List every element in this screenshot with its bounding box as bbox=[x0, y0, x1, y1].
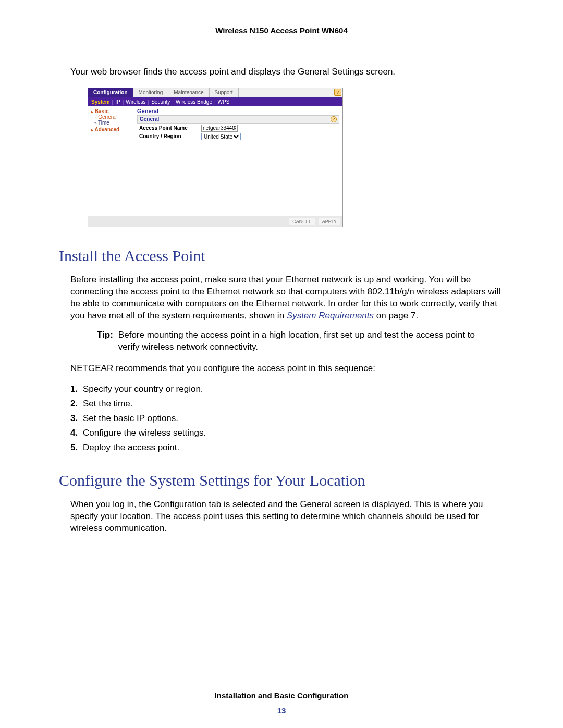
list-item: Configure the wireless settings. bbox=[70, 426, 504, 440]
install-steps: Specify your country or region. Set the … bbox=[70, 382, 504, 455]
sub-tabs: System| IP| Wireless| Security| Wireless… bbox=[88, 97, 342, 106]
tip-block: Tip: Before mounting the access point in… bbox=[97, 329, 488, 353]
country-label: Country / Region bbox=[137, 133, 199, 139]
help-icon[interactable]: ? bbox=[334, 89, 341, 96]
section-header: General ? bbox=[137, 115, 339, 124]
screenshot-footer: CANCEL APPLY bbox=[88, 216, 342, 227]
heading-install: Install the Access Point bbox=[59, 247, 504, 265]
configure-para: When you log in, the Configuration tab i… bbox=[70, 499, 504, 535]
ap-name-label: Access Point Name bbox=[137, 125, 199, 131]
list-item: Set the time. bbox=[70, 397, 504, 411]
top-tabs: Configuration Monitoring Maintenance Sup… bbox=[88, 88, 342, 97]
tip-label: Tip: bbox=[97, 329, 113, 353]
tab-support[interactable]: Support bbox=[210, 88, 239, 97]
sidebar-item-time[interactable]: » Time bbox=[94, 120, 132, 126]
document-header: Wireless N150 Access Point WN604 bbox=[59, 26, 504, 35]
apply-button[interactable]: APPLY bbox=[319, 218, 340, 225]
tab-monitoring[interactable]: Monitoring bbox=[133, 88, 169, 97]
section-header-label: General bbox=[140, 116, 159, 122]
subtab-system[interactable]: System bbox=[91, 99, 110, 105]
question-icon[interactable]: ? bbox=[331, 116, 337, 122]
router-ui-screenshot: Configuration Monitoring Maintenance Sup… bbox=[88, 88, 343, 227]
tab-configuration[interactable]: Configuration bbox=[88, 88, 133, 97]
list-item: Specify your country or region. bbox=[70, 382, 504, 397]
subtab-ip[interactable]: IP bbox=[115, 99, 120, 105]
system-requirements-link[interactable]: System Requirements bbox=[287, 311, 374, 320]
tab-maintenance[interactable]: Maintenance bbox=[168, 88, 209, 97]
footer-title: Installation and Basic Configuration bbox=[0, 691, 563, 700]
cancel-button[interactable]: CANCEL bbox=[289, 218, 315, 225]
list-item: Deploy the access point. bbox=[70, 440, 504, 455]
country-select[interactable]: United States bbox=[201, 133, 241, 140]
screenshot-sidebar: ▸ Basic » General » Time ▸ Advanced bbox=[88, 106, 134, 216]
tip-text: Before mounting the access point in a hi… bbox=[118, 329, 488, 353]
install-para1: Before installing the access point, make… bbox=[70, 274, 504, 322]
screenshot-body: ▸ Basic » General » Time ▸ Advanced Gene… bbox=[88, 106, 342, 216]
heading-configure: Configure the System Settings for Your L… bbox=[59, 472, 504, 489]
footer-page: 13 bbox=[0, 706, 563, 715]
sidebar-item-advanced[interactable]: ▸ Advanced bbox=[91, 127, 132, 132]
install-para2: NETGEAR recommends that you configure th… bbox=[70, 363, 504, 375]
list-item: Set the basic IP options. bbox=[70, 411, 504, 426]
main-title: General bbox=[137, 108, 339, 114]
subtab-wireless-bridge[interactable]: Wireless Bridge bbox=[176, 99, 212, 105]
intro-paragraph: Your web browser finds the access point … bbox=[70, 66, 504, 78]
subtab-wps[interactable]: WPS bbox=[218, 99, 230, 105]
screenshot-main: General General ? Access Point Name Coun… bbox=[134, 106, 342, 216]
subtab-wireless[interactable]: Wireless bbox=[126, 99, 145, 105]
subtab-security[interactable]: Security bbox=[151, 99, 170, 105]
document-page: Wireless N150 Access Point WN604 Your we… bbox=[0, 0, 563, 728]
sidebar-item-basic[interactable]: ▸ Basic bbox=[91, 108, 132, 114]
sidebar-item-general[interactable]: » General bbox=[94, 114, 132, 120]
footer-rule bbox=[59, 686, 504, 686]
row-ap-name: Access Point Name bbox=[137, 125, 339, 132]
row-country: Country / Region United States bbox=[137, 133, 339, 140]
ap-name-field[interactable] bbox=[201, 125, 238, 132]
footer: Installation and Basic Configuration 13 bbox=[0, 691, 563, 715]
